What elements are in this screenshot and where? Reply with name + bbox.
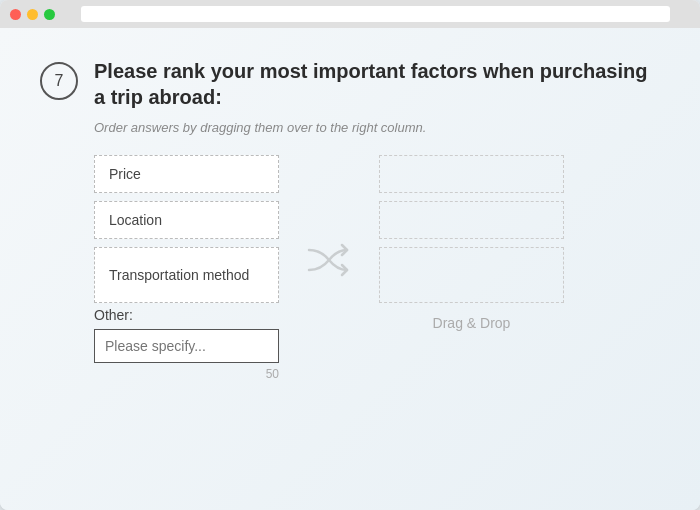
other-section: Other: 50 bbox=[94, 307, 279, 381]
minimize-button[interactable] bbox=[27, 9, 38, 20]
browser-titlebar bbox=[0, 0, 700, 28]
source-column: Price Location Transportation method bbox=[94, 155, 279, 303]
maximize-button[interactable] bbox=[44, 9, 55, 20]
other-input[interactable] bbox=[94, 329, 279, 363]
drop-zone[interactable] bbox=[379, 201, 564, 239]
target-column bbox=[379, 155, 564, 303]
question-title: Please rank your most important factors … bbox=[94, 58, 660, 110]
drop-zone[interactable] bbox=[379, 247, 564, 303]
list-item[interactable]: Location bbox=[94, 201, 279, 239]
drag-drop-area: Price Location Transportation method Oth… bbox=[94, 155, 660, 381]
question-number: 7 bbox=[40, 62, 78, 100]
drop-zone[interactable] bbox=[379, 155, 564, 193]
browser-content: 7 Please rank your most important factor… bbox=[0, 28, 700, 510]
browser-window: 7 Please rank your most important factor… bbox=[0, 0, 700, 510]
question-instruction: Order answers by dragging them over to t… bbox=[94, 120, 660, 135]
list-item[interactable]: Price bbox=[94, 155, 279, 193]
address-bar[interactable] bbox=[81, 6, 670, 22]
char-count: 50 bbox=[94, 367, 279, 381]
question-body: Please rank your most important factors … bbox=[94, 58, 660, 381]
drag-drop-label: Drag & Drop bbox=[379, 315, 564, 331]
list-item[interactable]: Transportation method bbox=[94, 247, 279, 303]
other-label: Other: bbox=[94, 307, 279, 323]
question-container: 7 Please rank your most important factor… bbox=[40, 58, 660, 381]
shuffle-icon bbox=[299, 235, 359, 285]
close-button[interactable] bbox=[10, 9, 21, 20]
